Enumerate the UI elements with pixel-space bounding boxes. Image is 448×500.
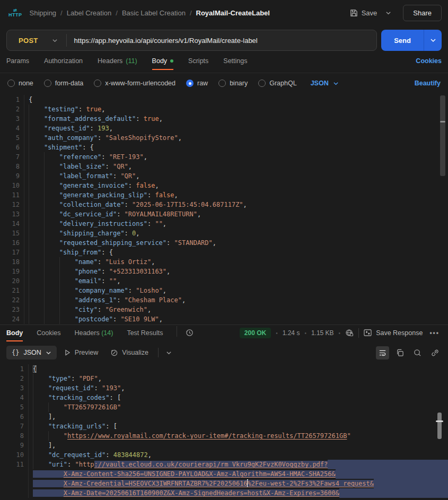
code-line: 4"tracking_codes": [	[0, 393, 448, 402]
code-line: 1{	[0, 95, 448, 104]
response-scrollbar[interactable]	[437, 413, 442, 439]
bodytype-radio-raw[interactable]: raw	[186, 80, 208, 87]
code-line: 18"name": "Luis Ortiz",	[0, 257, 448, 267]
bodytype-radio-none[interactable]: none	[7, 80, 33, 87]
request-body-editor[interactable]: 1{2"testing": true,3"format_address_defa…	[0, 93, 448, 325]
network-globe-lock-icon[interactable]	[345, 329, 354, 337]
tab-settings[interactable]: Settings	[223, 55, 247, 70]
code-line: 19"phone": "+523313031163",	[0, 267, 448, 276]
copy-icon[interactable]	[393, 346, 407, 359]
response-format-selector[interactable]: {} JSON	[6, 346, 57, 359]
breadcrumb-separator: /	[190, 9, 192, 17]
breadcrumb-separator: /	[60, 9, 63, 17]
tab-body[interactable]: Body	[6, 326, 23, 341]
response-size[interactable]: 1.15 KB	[311, 329, 334, 337]
response-body-editor[interactable]: 1{2"type": "PDF",3"request_id": "193",4"…	[0, 362, 448, 500]
preview-button[interactable]: Preview	[59, 346, 103, 359]
status-badge[interactable]: 200 OK	[240, 328, 271, 338]
cookies-link[interactable]: Cookies	[416, 55, 442, 65]
magic-wand-icon	[111, 349, 118, 356]
tab-headers[interactable]: Headers (11)	[98, 55, 137, 70]
breadcrumb-item[interactable]: Shipping	[30, 9, 57, 17]
tab-body[interactable]: Body	[152, 55, 174, 70]
visualize-button[interactable]: Visualize	[106, 346, 154, 359]
code-line: 10"generate_invoice": false,	[0, 181, 448, 190]
method-selector[interactable]: POST	[7, 37, 66, 45]
response-header: BodyCookiesHeaders (14)Test Results 200 …	[0, 326, 448, 343]
url-input[interactable]: https://app.heyvoila.io/api/couriers/v1/…	[67, 37, 377, 45]
send-button[interactable]: Send	[381, 30, 424, 51]
api-client-window: ⇄ HTTP Shipping / Label Creation / Basic…	[0, 0, 448, 500]
code-line: 17"ship_from": {	[0, 248, 448, 257]
language-selector[interactable]: JSON	[311, 80, 339, 87]
radio-icon	[7, 80, 15, 87]
bodytype-radio-form-data[interactable]: form-data	[44, 80, 84, 87]
chevron-down-icon	[385, 10, 391, 16]
save-options-chevron[interactable]	[382, 7, 394, 19]
bodytype-radio-x-www-form-urlencoded[interactable]: x-www-form-urlencoded	[94, 80, 175, 87]
breadcrumb: Shipping / Label Creation / Basic Label …	[30, 9, 270, 17]
more-options-icon[interactable]: •••	[427, 328, 442, 338]
request-header-bar: ⇄ HTTP Shipping / Label Creation / Basic…	[0, 0, 448, 25]
tab-authorization[interactable]: Authorization	[44, 55, 83, 70]
bodytype-radio-GraphQL[interactable]: GraphQL	[258, 80, 296, 87]
divider	[358, 328, 359, 338]
bodytype-radio-binary[interactable]: binary	[218, 80, 248, 87]
code-line: 20"email": "",	[0, 276, 448, 286]
radio-icon	[94, 80, 101, 87]
share-button[interactable]: Share	[403, 5, 442, 21]
history-icon[interactable]	[177, 326, 194, 337]
http-request-icon: ⇄ HTTP	[8, 8, 22, 17]
beautify-link[interactable]: Beautify	[415, 80, 441, 87]
code-line: 13"dc_service_id": "ROYALMAIL48RETURN",	[0, 209, 448, 219]
code-line: 16"requested_shipping_service": "STANDAR…	[0, 238, 448, 248]
unsaved-dot-icon	[170, 59, 173, 63]
divider	[158, 348, 159, 357]
code-line: 11"generate_packing_slip": false,	[0, 190, 448, 200]
request-title[interactable]: RoyalMail-CreateLabel	[196, 9, 270, 17]
code-line: 9],	[0, 441, 448, 450]
code-line: X-Amz-Date=20250616T160900Z&X-Amz-Signed…	[0, 488, 448, 498]
code-line: 21"company_name": "Losho",	[0, 286, 448, 295]
code-line: 8"label_size": "QR",	[0, 162, 448, 171]
send-options-chevron[interactable]	[424, 30, 442, 51]
response-time[interactable]: 1.24 s	[283, 329, 300, 337]
link-icon[interactable]	[428, 346, 442, 359]
breadcrumb-item[interactable]: Label Creation	[67, 9, 112, 17]
code-line: 24"postcode": "SE10 9LW",	[0, 314, 448, 324]
code-line: 5"auth_company": "SalesShopifyStore",	[0, 133, 448, 143]
radio-icon	[218, 80, 226, 87]
method-label: POST	[19, 37, 38, 45]
code-line: 3"format_address_default": true,	[0, 114, 448, 124]
code-line: 3"request_id": "193",	[0, 383, 448, 393]
code-line: 7"tracking_urls": [	[0, 422, 448, 431]
search-icon[interactable]	[411, 346, 424, 359]
tab-cookies[interactable]: Cookies	[37, 326, 60, 341]
request-scroll-indicator	[440, 121, 445, 122]
tab-scripts[interactable]: Scripts	[188, 55, 208, 70]
wrap-text-icon[interactable]	[376, 346, 389, 359]
breadcrumb-separator: /	[116, 9, 118, 17]
code-line: 5"TT265797261GB"	[0, 402, 448, 412]
save-button[interactable]: Save	[346, 6, 382, 20]
toolbar-chevron[interactable]	[163, 347, 175, 359]
code-line: 7"reference": "RET-193",	[0, 152, 448, 162]
code-line: X-Amz-Content-Sha256=UNSIGNED-PAYLOAD&X-…	[0, 469, 448, 479]
code-line: 8"https://www.royalmail.com/track-your-i…	[0, 431, 448, 441]
breadcrumb-item[interactable]: Basic Label Creation	[122, 9, 186, 17]
code-line: 12"collection_date": "2025-06-17T15:45:0…	[0, 200, 448, 209]
code-line: 4"request_id": 193,	[0, 124, 448, 133]
code-line: 15"shipping_charge": 0,	[0, 229, 448, 238]
save-response-button[interactable]: Save Response	[364, 329, 423, 337]
tab-headers[interactable]: Headers (14)	[74, 326, 113, 341]
url-box: POST https://app.heyvoila.io/api/courier…	[6, 30, 377, 51]
code-line: 22"address_1": "Chesham Place",	[0, 295, 448, 305]
code-line: 10"dc_request_id": 483844872,	[0, 450, 448, 460]
response-scroll-indicator	[436, 420, 443, 422]
code-line: 14"delivery_instructions": "",	[0, 219, 448, 229]
tab-params[interactable]: Params	[6, 55, 29, 70]
request-scrollbar[interactable]	[440, 95, 445, 176]
body-type-row: noneform-datax-www-form-urlencodedrawbin…	[0, 73, 448, 93]
chevron-down-icon	[430, 37, 436, 43]
tab-test-results[interactable]: Test Results	[127, 326, 163, 341]
